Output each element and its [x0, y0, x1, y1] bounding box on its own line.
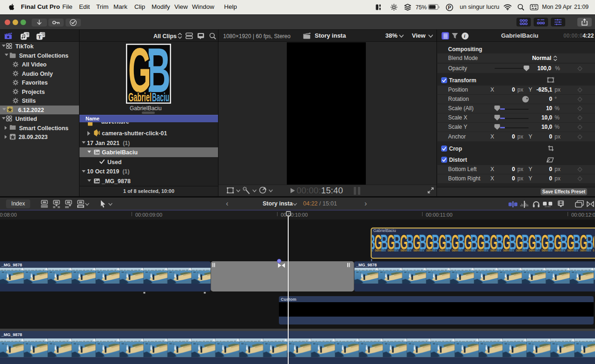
svg-text:GabrielBaciu: GabrielBaciu	[373, 228, 396, 233]
svg-text:T: T	[38, 34, 41, 40]
svg-text:P: P	[448, 5, 451, 10]
svg-text:Gabriel: Gabriel	[128, 90, 152, 104]
svg-text:_MG_9878: _MG_9878	[356, 263, 377, 267]
svg-text:_MG_9878: _MG_9878	[1, 332, 22, 337]
svg-text:Baciu: Baciu	[152, 90, 169, 104]
svg-text:_MG_9878: _MG_9878	[1, 263, 22, 267]
